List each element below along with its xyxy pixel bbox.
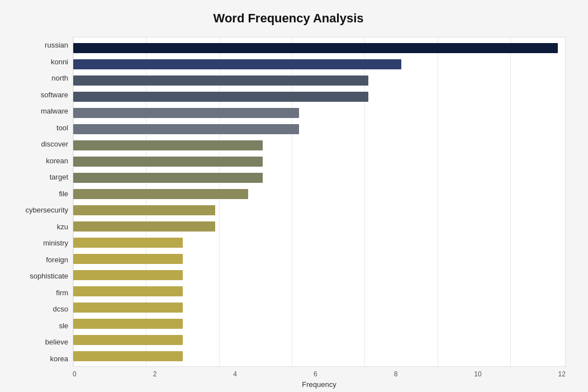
y-label: believe — [45, 338, 68, 346]
x-tick: 8 — [394, 370, 398, 378]
y-label: ministry — [43, 239, 68, 247]
bar-row — [73, 204, 565, 216]
y-label: sle — [59, 322, 68, 329]
y-label: tool — [56, 124, 68, 131]
x-ticks: 024681012 — [73, 370, 566, 378]
bar-malware — [73, 108, 299, 118]
bar-dcso — [73, 303, 183, 313]
bar-row — [73, 123, 565, 135]
y-label: malware — [41, 107, 68, 115]
bars-section — [73, 37, 566, 367]
chart-title: Word Frequency Analysis — [11, 11, 566, 26]
y-label: dcso — [53, 305, 68, 313]
bar-row — [73, 107, 565, 119]
bar-kzu — [73, 221, 215, 232]
y-label: discover — [41, 140, 68, 148]
x-tick: 6 — [314, 370, 317, 378]
bar-cybersecurity — [73, 205, 215, 215]
bar-row — [73, 139, 565, 152]
bar-row — [73, 301, 565, 314]
bar-row — [73, 220, 565, 233]
y-labels: russiankonninorthsoftwaremalwaretooldisc… — [11, 37, 73, 367]
bar-discover — [73, 140, 263, 150]
chart-area: russiankonninorthsoftwaremalwaretooldisc… — [11, 37, 566, 367]
y-label: konni — [51, 58, 68, 65]
bar-row — [73, 253, 565, 265]
bar-row — [73, 334, 565, 346]
bar-row — [73, 237, 565, 249]
bars-wrapper — [73, 37, 565, 366]
chart-container: Word Frequency Analysis russiankonninort… — [0, 0, 588, 392]
bar-korea — [73, 351, 183, 361]
bar-korean — [73, 157, 263, 167]
bar-row — [73, 155, 565, 168]
bar-north — [73, 75, 368, 86]
bar-row — [73, 74, 565, 87]
y-label: korea — [50, 355, 68, 362]
y-label: korean — [46, 157, 68, 164]
bar-software — [73, 92, 368, 102]
bar-target — [73, 173, 263, 183]
y-label: kzu — [57, 223, 68, 230]
bar-tool — [73, 124, 299, 134]
x-tick: 2 — [153, 370, 157, 378]
bar-row — [73, 58, 565, 70]
bar-konni — [73, 59, 401, 69]
bar-row — [73, 188, 565, 200]
bar-row — [73, 42, 565, 54]
bar-row — [73, 91, 565, 103]
x-tick: 4 — [233, 370, 237, 378]
x-axis-label: Frequency — [73, 380, 566, 389]
y-label: file — [59, 190, 68, 197]
x-axis-container: 024681012 — [73, 370, 566, 378]
y-label: russian — [45, 41, 68, 49]
bar-row — [73, 269, 565, 281]
y-label: software — [41, 91, 68, 98]
bar-believe — [73, 335, 183, 345]
bar-row — [73, 318, 565, 330]
y-label: cybersecurity — [25, 206, 68, 214]
y-label: target — [50, 173, 68, 181]
bar-ministry — [73, 238, 183, 248]
x-tick: 12 — [558, 370, 566, 378]
bar-firm — [73, 286, 183, 296]
bar-file — [73, 189, 248, 199]
x-tick: 10 — [474, 370, 481, 378]
x-tick: 0 — [73, 370, 77, 378]
y-label: north — [51, 74, 68, 82]
bar-sle — [73, 319, 183, 329]
y-label: firm — [56, 289, 68, 296]
y-label: foreign — [46, 256, 68, 263]
bar-row — [73, 350, 565, 362]
bar-foreign — [73, 254, 183, 264]
bar-sophisticate — [73, 270, 183, 280]
bar-row — [73, 172, 565, 184]
y-label: sophisticate — [30, 272, 68, 280]
bar-row — [73, 285, 565, 297]
bar-russian — [73, 43, 558, 53]
